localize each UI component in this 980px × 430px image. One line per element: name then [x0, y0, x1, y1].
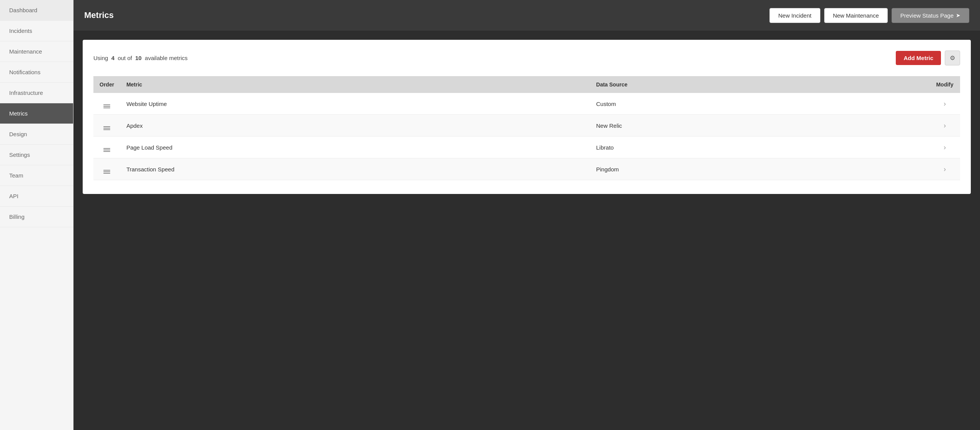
text-out-of: out of	[118, 55, 132, 61]
new-maintenance-button[interactable]: New Maintenance	[824, 8, 888, 23]
drag-handle-icon[interactable]	[103, 148, 110, 152]
external-link-icon: ➤	[956, 12, 960, 18]
topbar: Metrics New Incident New Maintenance Pre…	[74, 0, 980, 31]
data-source-value: Pingdom	[590, 158, 929, 180]
preview-status-page-button[interactable]: Preview Status Page ➤	[892, 8, 969, 23]
new-incident-button[interactable]: New Incident	[769, 8, 820, 23]
sidebar-item-infrastructure[interactable]: Infrastructure	[0, 83, 73, 103]
sidebar-item-incidents[interactable]: Incidents	[0, 21, 73, 41]
sidebar: Dashboard Incidents Maintenance Notifica…	[0, 0, 74, 430]
topbar-actions: New Incident New Maintenance Preview Sta…	[769, 8, 969, 23]
col-order: Order	[93, 76, 120, 93]
sidebar-item-notifications[interactable]: Notifications	[0, 62, 73, 83]
drag-handle-cell[interactable]	[93, 115, 120, 137]
preview-label: Preview Status Page	[900, 12, 954, 19]
table-row: Page Load Speed Librato ›	[93, 137, 960, 158]
drag-handle-cell[interactable]	[93, 93, 120, 115]
sidebar-item-dashboard[interactable]: Dashboard	[0, 0, 73, 21]
sidebar-item-billing[interactable]: Billing	[0, 207, 73, 227]
main-content: Metrics New Incident New Maintenance Pre…	[74, 0, 980, 430]
metrics-usage-text: Using 4 out of 10 available metrics	[93, 55, 188, 61]
metric-name: Page Load Speed	[120, 137, 590, 158]
table-row: Apdex New Relic ›	[93, 115, 960, 137]
table-header: Order Metric Data Source Modify	[93, 76, 960, 93]
settings-gear-button[interactable]: ⚙	[945, 50, 960, 65]
metrics-card: Using 4 out of 10 available metrics Add …	[83, 40, 971, 194]
sidebar-item-metrics[interactable]: Metrics	[0, 103, 73, 124]
drag-handle-icon[interactable]	[103, 126, 110, 130]
gear-icon: ⚙	[950, 55, 955, 61]
metric-name: Apdex	[120, 115, 590, 137]
chevron-right-icon[interactable]: ›	[944, 100, 946, 108]
table-row: Transaction Speed Pingdom ›	[93, 158, 960, 180]
drag-handle-icon[interactable]	[103, 170, 110, 174]
metrics-available-count: 10	[135, 55, 142, 61]
col-metric: Metric	[120, 76, 590, 93]
drag-handle-icon[interactable]	[103, 104, 110, 108]
metric-name: Website Uptime	[120, 93, 590, 115]
chevron-right-icon[interactable]: ›	[944, 143, 946, 151]
modify-cell[interactable]: ›	[929, 137, 960, 158]
modify-cell[interactable]: ›	[929, 93, 960, 115]
page-title: Metrics	[84, 10, 769, 20]
drag-handle-cell[interactable]	[93, 137, 120, 158]
col-modify: Modify	[929, 76, 960, 93]
data-source-value: Custom	[590, 93, 929, 115]
modify-cell[interactable]: ›	[929, 115, 960, 137]
metrics-used-count: 4	[111, 55, 114, 61]
metrics-table: Order Metric Data Source Modify Website	[93, 76, 960, 180]
content-area: Using 4 out of 10 available metrics Add …	[74, 31, 980, 430]
sidebar-item-api[interactable]: API	[0, 186, 73, 207]
sidebar-item-maintenance[interactable]: Maintenance	[0, 41, 73, 62]
drag-handle-cell[interactable]	[93, 158, 120, 180]
sidebar-item-settings[interactable]: Settings	[0, 145, 73, 165]
sidebar-item-design[interactable]: Design	[0, 124, 73, 145]
data-source-value: New Relic	[590, 115, 929, 137]
table-row: Website Uptime Custom ›	[93, 93, 960, 115]
data-source-value: Librato	[590, 137, 929, 158]
metrics-action-buttons: Add Metric ⚙	[896, 50, 960, 65]
sidebar-item-team[interactable]: Team	[0, 165, 73, 186]
col-data-source: Data Source	[590, 76, 929, 93]
modify-cell[interactable]: ›	[929, 158, 960, 180]
chevron-right-icon[interactable]: ›	[944, 122, 946, 130]
metric-name: Transaction Speed	[120, 158, 590, 180]
add-metric-button[interactable]: Add Metric	[896, 51, 941, 65]
metrics-info-bar: Using 4 out of 10 available metrics Add …	[93, 50, 960, 65]
chevron-right-icon[interactable]: ›	[944, 165, 946, 173]
text-using: Using	[93, 55, 108, 61]
table-body: Website Uptime Custom › Apdex	[93, 93, 960, 180]
text-available-metrics: available metrics	[145, 55, 188, 61]
